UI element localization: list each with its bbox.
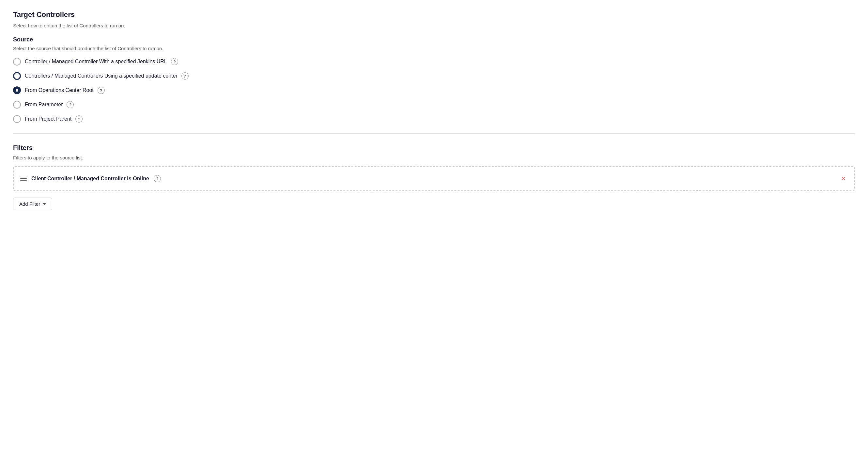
help-icon-jenkins-url[interactable]: ? [171,58,178,65]
filter-item-label: Client Controller / Managed Controller I… [31,176,149,181]
drag-handle-icon[interactable] [20,177,27,181]
source-section-title: Source [13,36,855,43]
filter-list: Client Controller / Managed Controller I… [13,166,855,191]
source-radio-group: Controller / Managed Controller With a s… [13,58,855,123]
radio-label-operations-center-root: From Operations Center Root [25,88,94,93]
help-icon-update-center[interactable]: ? [181,72,189,79]
radio-label-update-center: Controllers / Managed Controllers Using … [25,73,178,79]
filters-section-title: Filters [13,144,855,151]
radio-option-update-center[interactable]: Controllers / Managed Controllers Using … [13,72,855,80]
radio-option-from-project-parent[interactable]: From Project Parent ? [13,115,855,123]
radio-input-from-project-parent[interactable] [13,115,21,123]
help-icon-from-project-parent[interactable]: ? [75,115,83,123]
page-container: Target Controllers Select how to obtain … [0,0,868,476]
remove-filter-button[interactable]: ✕ [839,174,848,183]
add-filter-label: Add Filter [19,201,40,207]
radio-option-operations-center-root[interactable]: From Operations Center Root ? [13,87,855,94]
filters-section-description: Filters to apply to the source list. [13,155,855,160]
radio-label-jenkins-url: Controller / Managed Controller With a s… [25,59,167,65]
add-filter-button[interactable]: Add Filter [13,198,52,210]
radio-label-from-parameter: From Parameter [25,102,63,108]
radio-label-from-project-parent: From Project Parent [25,116,71,122]
radio-option-jenkins-url[interactable]: Controller / Managed Controller With a s… [13,58,855,66]
help-icon-filter-online[interactable]: ? [154,175,161,182]
radio-input-jenkins-url[interactable] [13,58,21,66]
page-title: Target Controllers [13,10,855,19]
chevron-down-icon [43,203,46,205]
radio-input-operations-center-root[interactable] [13,87,21,94]
filter-item-left: Client Controller / Managed Controller I… [20,175,161,182]
radio-input-update-center[interactable] [13,72,21,80]
help-icon-operations-center-root[interactable]: ? [98,87,105,94]
source-section-description: Select the source that should produce th… [13,46,855,51]
section-divider [13,133,855,134]
radio-input-from-parameter[interactable] [13,101,21,109]
page-description: Select how to obtain the list of Control… [13,23,855,28]
filter-item-online: Client Controller / Managed Controller I… [15,168,853,189]
radio-option-from-parameter[interactable]: From Parameter ? [13,101,855,109]
help-icon-from-parameter[interactable]: ? [67,101,74,108]
